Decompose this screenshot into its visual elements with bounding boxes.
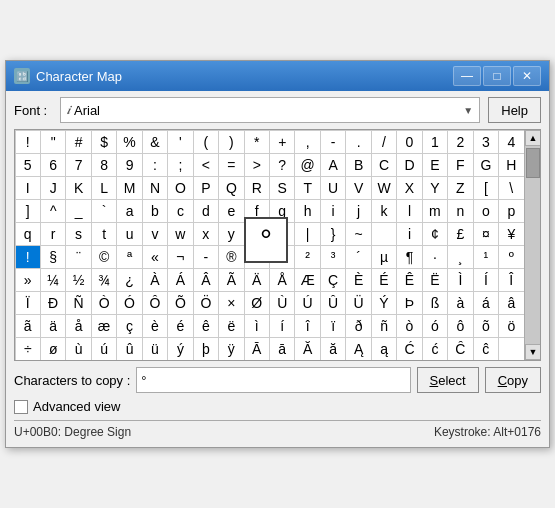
char-cell[interactable]: A	[320, 153, 346, 177]
char-cell[interactable]: l	[396, 199, 422, 223]
char-cell[interactable]: ×	[218, 291, 244, 315]
char-cell[interactable]: [	[473, 176, 499, 200]
char-cell[interactable]: &	[142, 130, 168, 154]
char-cell[interactable]: À	[142, 268, 168, 292]
char-cell[interactable]: a	[116, 199, 142, 223]
char-cell[interactable]: k	[371, 199, 397, 223]
char-cell[interactable]: ¶	[396, 245, 422, 269]
char-cell[interactable]: S	[269, 176, 295, 200]
char-cell[interactable]: ¤	[473, 222, 499, 246]
char-cell[interactable]: à	[447, 291, 473, 315]
char-cell[interactable]: E	[422, 153, 448, 177]
char-cell[interactable]: $	[91, 130, 117, 154]
char-cell[interactable]: ²	[294, 245, 320, 269]
char-cell[interactable]	[371, 222, 397, 246]
char-cell[interactable]: j	[345, 199, 371, 223]
char-cell[interactable]: ß	[422, 291, 448, 315]
char-cell[interactable]: -	[193, 245, 219, 269]
char-cell[interactable]: {	[269, 222, 295, 246]
char-cell[interactable]: /	[371, 130, 397, 154]
char-cell[interactable]: b	[142, 199, 168, 223]
char-cell[interactable]: ă	[320, 337, 346, 361]
char-cell[interactable]: Å	[269, 268, 295, 292]
char-cell[interactable]: ö	[498, 314, 524, 338]
advanced-view-checkbox-wrap[interactable]: Advanced view	[14, 399, 120, 414]
char-cell[interactable]: Õ	[167, 291, 193, 315]
help-button[interactable]: Help	[488, 97, 541, 123]
char-cell[interactable]: Ç	[320, 268, 346, 292]
char-cell[interactable]: Ć	[396, 337, 422, 361]
char-cell[interactable]: ù	[65, 337, 91, 361]
char-cell[interactable]: ë	[218, 314, 244, 338]
char-cell[interactable]: %	[116, 130, 142, 154]
char-cell[interactable]: Ê	[396, 268, 422, 292]
maximize-button[interactable]: □	[483, 66, 511, 86]
char-cell[interactable]: 5	[15, 153, 41, 177]
char-cell[interactable]: þ	[193, 337, 219, 361]
char-cell[interactable]: ª	[116, 245, 142, 269]
char-cell[interactable]: Ó	[116, 291, 142, 315]
char-cell[interactable]: ]	[15, 199, 41, 223]
char-cell[interactable]: ·	[422, 245, 448, 269]
char-cell[interactable]: ~	[345, 222, 371, 246]
char-cell[interactable]: í	[269, 314, 295, 338]
char-cell[interactable]: °	[269, 245, 295, 269]
char-cell[interactable]: \	[498, 176, 524, 200]
char-cell[interactable]: F	[447, 153, 473, 177]
char-cell[interactable]: ô	[447, 314, 473, 338]
char-cell[interactable]: e	[218, 199, 244, 223]
char-cell[interactable]: Û	[320, 291, 346, 315]
char-cell[interactable]: Ö	[193, 291, 219, 315]
char-cell[interactable]: ó	[422, 314, 448, 338]
char-cell[interactable]: §	[40, 245, 66, 269]
char-cell[interactable]: ¼	[40, 268, 66, 292]
char-cell[interactable]: ú	[91, 337, 117, 361]
char-cell[interactable]: ć	[422, 337, 448, 361]
char-cell[interactable]: ä	[40, 314, 66, 338]
char-cell[interactable]: q	[15, 222, 41, 246]
char-cell[interactable]: Ü	[345, 291, 371, 315]
char-cell[interactable]: æ	[91, 314, 117, 338]
char-cell[interactable]: 0	[396, 130, 422, 154]
char-cell[interactable]: è	[142, 314, 168, 338]
char-cell[interactable]: r	[40, 222, 66, 246]
char-cell[interactable]: «	[142, 245, 168, 269]
char-cell[interactable]: Q	[218, 176, 244, 200]
char-cell[interactable]: O	[167, 176, 193, 200]
char-cell[interactable]: N	[142, 176, 168, 200]
char-cell[interactable]: +	[269, 130, 295, 154]
char-cell[interactable]: ¥	[498, 222, 524, 246]
char-cell[interactable]: Ñ	[65, 291, 91, 315]
char-cell[interactable]: ¯	[244, 245, 270, 269]
char-cell[interactable]: ê	[193, 314, 219, 338]
scroll-up-button[interactable]: ▲	[525, 130, 541, 146]
copy-input[interactable]	[136, 367, 410, 393]
char-cell[interactable]: !	[15, 130, 41, 154]
char-cell[interactable]: ÷	[15, 337, 41, 361]
char-cell[interactable]: ½	[65, 268, 91, 292]
char-cell[interactable]: J	[40, 176, 66, 200]
char-cell[interactable]: U	[320, 176, 346, 200]
char-cell[interactable]: È	[345, 268, 371, 292]
char-cell[interactable]: é	[167, 314, 193, 338]
char-cell[interactable]: M	[116, 176, 142, 200]
char-cell[interactable]: ç	[116, 314, 142, 338]
char-cell[interactable]: º	[498, 245, 524, 269]
char-cell[interactable]: c	[167, 199, 193, 223]
char-cell[interactable]: (	[193, 130, 219, 154]
char-cell[interactable]: :	[142, 153, 168, 177]
char-cell[interactable]: p	[498, 199, 524, 223]
char-cell[interactable]: )	[218, 130, 244, 154]
char-cell[interactable]: =	[218, 153, 244, 177]
char-cell[interactable]: Ò	[91, 291, 117, 315]
scroll-track[interactable]	[525, 146, 540, 344]
char-cell[interactable]: v	[142, 222, 168, 246]
char-cell[interactable]: 1	[422, 130, 448, 154]
char-cell[interactable]: Y	[422, 176, 448, 200]
char-cell[interactable]: Ú	[294, 291, 320, 315]
char-cell[interactable]: s	[65, 222, 91, 246]
char-cell[interactable]: Ï	[15, 291, 41, 315]
select-button[interactable]: Select	[417, 367, 479, 393]
char-cell[interactable]: ;	[167, 153, 193, 177]
char-cell[interactable]: B	[345, 153, 371, 177]
